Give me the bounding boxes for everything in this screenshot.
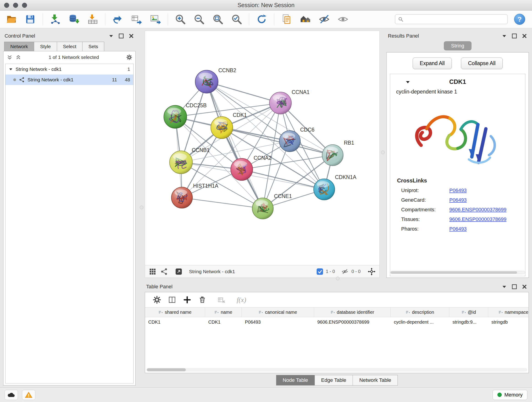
grid-view-icon[interactable]	[149, 268, 157, 275]
memory-button[interactable]: Memory	[493, 390, 527, 400]
tab-select[interactable]: Select	[57, 42, 82, 51]
delete-table-icon[interactable]	[217, 296, 226, 304]
right-splitter-handle[interactable]	[381, 151, 385, 154]
collapse-all-networks-icon[interactable]	[15, 54, 21, 60]
collapse-panel-icon[interactable]	[108, 33, 114, 39]
expand-all-networks-icon[interactable]	[7, 54, 13, 60]
results-horizontal-scrollbar[interactable]	[390, 271, 525, 274]
import-network-file-button[interactable]	[47, 12, 63, 26]
show-all-button[interactable]	[335, 12, 351, 26]
add-column-icon[interactable]	[183, 296, 191, 304]
refresh-button[interactable]	[254, 12, 269, 26]
node-label-CDC6: CDC6	[300, 127, 315, 133]
tab-style[interactable]: Style	[34, 42, 57, 51]
network-graph[interactable]: CCNB2CCNA1CDC25BCDK1CDC6RB1CCNB1CCNA2CDK…	[145, 31, 380, 265]
network-row-selected[interactable]: String Network - cdk1 11 48	[6, 75, 133, 85]
column-header-database-identifier[interactable]: database identifier	[314, 307, 391, 317]
delete-column-icon[interactable]	[198, 296, 206, 304]
hidden-eye-slash-icon[interactable]	[341, 268, 349, 275]
hide-selected-button[interactable]	[317, 12, 332, 26]
apply-layout-button[interactable]	[110, 12, 126, 26]
open-session-button[interactable]	[4, 12, 19, 26]
table-horizontal-scrollbar[interactable]	[146, 368, 527, 371]
left-splitter-handle[interactable]	[140, 206, 143, 209]
network-overview-icon[interactable]	[160, 268, 168, 275]
selected-checkbox-icon[interactable]	[317, 268, 323, 275]
expand-all-button[interactable]: Expand All	[413, 57, 452, 69]
cloud-status-button[interactable]	[5, 390, 18, 400]
crosslink-value-link[interactable]: P06493	[449, 197, 525, 203]
network-node-CCNB2[interactable]: CCNB2	[195, 67, 236, 93]
tab-node-table[interactable]: Node Table	[276, 375, 315, 385]
memory-status-dot-icon	[497, 393, 502, 397]
home-networks-button[interactable]	[298, 12, 313, 26]
crosslink-value-link[interactable]: 9606.ENSP00000378699	[449, 207, 525, 213]
network-node-CDC6[interactable]: CDC6	[279, 127, 315, 152]
crosslink-row: Pharos:P06493	[397, 226, 525, 232]
network-node-RB1[interactable]: RB1	[322, 140, 354, 166]
save-session-button[interactable]	[22, 12, 38, 26]
tab-network-table[interactable]: Network Table	[353, 375, 398, 385]
help-button[interactable]: ?	[514, 14, 525, 25]
crosslink-value-link[interactable]: P06493	[449, 226, 525, 232]
export-network-button[interactable]	[129, 12, 144, 26]
network-node-CDK1[interactable]: CDK1	[211, 112, 247, 139]
column-header-shared-name[interactable]: shared name	[145, 307, 205, 317]
tree-expand-icon[interactable]	[9, 67, 13, 71]
table-settings-gear-icon[interactable]	[153, 296, 161, 304]
float-panel-icon[interactable]	[118, 33, 124, 39]
float-panel-icon[interactable]	[511, 284, 517, 290]
search-box[interactable]	[395, 14, 508, 24]
import-network-database-button[interactable]	[66, 12, 82, 26]
detach-view-icon[interactable]	[175, 268, 183, 275]
tab-string[interactable]: String	[444, 41, 472, 51]
column-header-canonical-name[interactable]: canonical name	[242, 307, 314, 317]
zoom-out-button[interactable]	[191, 12, 207, 26]
tab-edge-table[interactable]: Edge Table	[315, 375, 353, 385]
close-window-button[interactable]	[4, 3, 9, 8]
collapse-panel-icon[interactable]	[501, 284, 507, 290]
network-options-gear-icon[interactable]	[126, 54, 132, 60]
close-panel-icon[interactable]	[128, 33, 134, 39]
function-builder-button[interactable]: f(x)	[237, 296, 246, 304]
float-panel-icon[interactable]	[511, 33, 517, 39]
table-row[interactable]: CDK1CDK1P064939606.ENSP00000378699cyclin…	[145, 317, 529, 327]
string-results-box: Expand All Collapse All CDK1 cyclin-depe…	[386, 52, 529, 278]
network-node-CCNA1[interactable]: CCNA1	[269, 89, 310, 114]
column-header--id[interactable]: @id	[449, 307, 488, 317]
network-node-CDKN1A[interactable]: CDKN1A	[314, 174, 356, 200]
crosshair-move-icon[interactable]	[367, 268, 376, 276]
network-node-CCNE1[interactable]: CCNE1	[252, 193, 292, 219]
search-input[interactable]	[406, 16, 505, 22]
collapse-section-icon[interactable]	[405, 79, 411, 85]
close-panel-icon[interactable]	[521, 33, 527, 39]
tab-sets[interactable]: Sets	[82, 42, 104, 51]
collapse-all-button[interactable]: Collapse All	[461, 57, 503, 69]
column-header-name[interactable]: name	[205, 307, 242, 317]
zoom-selected-button[interactable]	[229, 12, 244, 26]
tab-network[interactable]: Network	[4, 42, 34, 51]
zoom-fit-button[interactable]	[210, 12, 226, 26]
minimize-window-button[interactable]	[13, 3, 18, 8]
horizontal-splitter-handle[interactable]	[336, 277, 340, 280]
zoom-window-button[interactable]	[22, 3, 27, 8]
export-image-button[interactable]	[147, 12, 163, 26]
show-columns-icon[interactable]	[168, 296, 176, 304]
network-edge-CCNB2-CCNE1[interactable]	[207, 82, 263, 208]
node-label-CDC25B: CDC25B	[186, 102, 207, 108]
network-canvas[interactable]: CCNB2CCNA1CDC25BCDK1CDC6RB1CCNB1CCNA2CDK…	[145, 31, 380, 265]
warnings-button[interactable]	[22, 390, 35, 400]
import-table-button[interactable]	[85, 12, 101, 26]
control-panel-body: 1 of 1 Network selected String Network -…	[3, 51, 136, 385]
network-edge-HIST1H1A-CCNE1[interactable]	[182, 198, 263, 208]
crosslink-value-link[interactable]: P06493	[449, 187, 525, 193]
column-header-namespace[interactable]: namespace	[488, 307, 529, 317]
close-panel-icon[interactable]	[521, 284, 527, 290]
copy-document-button[interactable]	[279, 12, 294, 26]
network-node-HIST1H1A[interactable]: HIST1H1A	[171, 183, 219, 208]
column-header-description[interactable]: description	[391, 307, 449, 317]
zoom-in-button[interactable]	[172, 12, 188, 26]
network-collection-row[interactable]: String Network - cdk1 1	[6, 64, 133, 75]
crosslink-value-link[interactable]: 9606.ENSP00000378699	[449, 216, 525, 222]
collapse-panel-icon[interactable]	[501, 33, 507, 39]
